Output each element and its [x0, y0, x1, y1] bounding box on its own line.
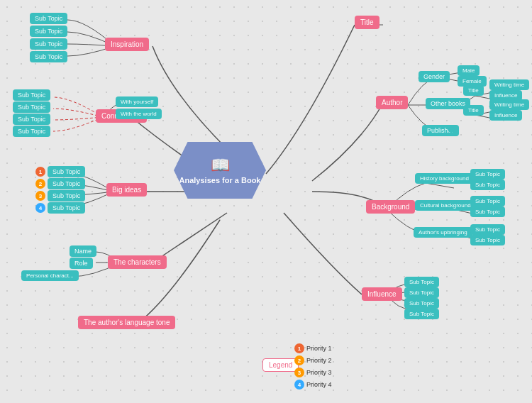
cb-sub1[interactable]: Sub Topic: [470, 196, 505, 206]
ob-inf2[interactable]: Influence: [489, 110, 522, 121]
conn-sub1[interactable]: Sub Topic: [13, 89, 50, 101]
inf-sub2[interactable]: Sub Topic: [404, 287, 439, 298]
big-ideas-node[interactable]: Big ideas: [106, 183, 147, 197]
background-node[interactable]: Background: [366, 200, 415, 214]
ub-sub2[interactable]: Sub Topic: [470, 235, 505, 245]
ub-sub1[interactable]: Sub Topic: [470, 224, 505, 235]
gender-node[interactable]: Gender: [419, 71, 450, 82]
language-tone-label: The author's language tone: [84, 319, 170, 326]
inspiration-label: Inspiration: [111, 40, 143, 48]
ob-wt1[interactable]: Writing time: [489, 79, 529, 90]
history-bg[interactable]: History background: [415, 173, 474, 184]
book-icon: 📖: [211, 156, 230, 175]
background-label: Background: [372, 203, 409, 211]
hb-sub2[interactable]: Sub Topic: [470, 180, 505, 190]
title-label: Title: [360, 18, 374, 26]
center-label: Analysises for a Book: [179, 176, 261, 184]
big-idea-sub4[interactable]: 4 Sub Topic: [35, 202, 85, 214]
inf-sub1[interactable]: Sub Topic: [404, 277, 439, 287]
cb-sub2[interactable]: Sub Topic: [470, 206, 505, 217]
personal-charact[interactable]: Personal charact...: [21, 270, 79, 281]
with-yourself[interactable]: With yourself: [116, 96, 158, 107]
influence-label: Influence: [367, 290, 397, 298]
inspiration-node[interactable]: Inspiration: [105, 38, 149, 51]
cultural-bg[interactable]: Cultural background: [415, 200, 476, 211]
name-node[interactable]: Name: [70, 245, 96, 257]
legend-node[interactable]: Legend: [262, 358, 299, 372]
hb-sub1[interactable]: Sub Topic: [470, 169, 505, 180]
male-node[interactable]: Male: [458, 65, 480, 76]
with-world[interactable]: With the world: [116, 109, 162, 119]
priority3-item: 3 Priority 3: [294, 368, 332, 377]
ob-title1[interactable]: Title: [463, 85, 484, 96]
characters-label: The characters: [113, 258, 161, 266]
big-ideas-label: Big ideas: [112, 186, 141, 194]
inspiration-sub2[interactable]: Sub Topic: [30, 26, 67, 37]
language-tone-node[interactable]: The author's language tone: [78, 316, 175, 329]
author-node[interactable]: Author: [376, 96, 408, 109]
author-label: Author: [382, 99, 402, 106]
legend-label: Legend: [269, 361, 292, 369]
conn-sub4[interactable]: Sub Topic: [13, 126, 50, 137]
inspiration-sub4[interactable]: Sub Topic: [30, 51, 67, 62]
upbringing-bg[interactable]: Author's upbringing: [414, 227, 472, 238]
big-idea-sub2[interactable]: 2 Sub Topic: [35, 178, 85, 189]
priority2-item: 2 Priority 2: [294, 355, 332, 365]
legend-priorities: 1 Priority 1 2 Priority 2 3 Priority 3 4…: [294, 343, 332, 390]
inf-sub4[interactable]: Sub Topic: [404, 309, 439, 319]
conn-sub3[interactable]: Sub Topic: [13, 114, 50, 125]
center-node[interactable]: 📖 Analysises for a Book: [174, 142, 266, 199]
publisher-dot: [448, 127, 454, 133]
big-idea-sub3[interactable]: 3 Sub Topic: [35, 190, 85, 202]
big-idea-sub1[interactable]: 1 Sub Topic: [35, 166, 85, 177]
conn-sub2[interactable]: Sub Topic: [13, 101, 50, 113]
ob-wt2[interactable]: Writing time: [489, 99, 529, 110]
priority1-item: 1 Priority 1: [294, 343, 332, 353]
priority4-item: 4 Priority 4: [294, 380, 332, 390]
ob-title2[interactable]: Title: [463, 105, 484, 116]
title-node[interactable]: Title: [355, 16, 379, 29]
inspiration-sub1[interactable]: Sub Topic: [30, 13, 67, 24]
influence-node[interactable]: Influence: [362, 287, 402, 301]
inf-sub3[interactable]: Sub Topic: [404, 298, 439, 309]
characters-node[interactable]: The characters: [108, 255, 167, 269]
role-node[interactable]: Role: [70, 258, 93, 269]
inspiration-sub3[interactable]: Sub Topic: [30, 38, 67, 50]
